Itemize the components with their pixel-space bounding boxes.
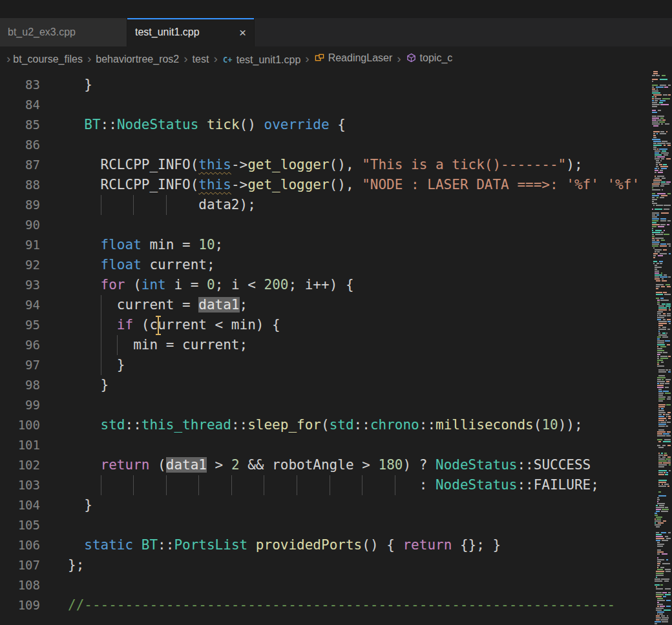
code-line[interactable]: 101 — [0, 435, 672, 455]
code-line[interactable]: 94 current = data1; — [0, 295, 672, 315]
line-number: 107 — [0, 555, 40, 575]
line-number: 91 — [0, 235, 40, 255]
indent-guide — [101, 355, 101, 375]
code-line[interactable]: 107}; — [0, 555, 672, 575]
indent-guide — [395, 475, 395, 495]
code-line-text: RCLCPP_INFO(this->get_logger(), "This is… — [40, 155, 672, 175]
chevron-right-icon: › — [300, 52, 313, 65]
breadcrumb-item[interactable]: behaviortree_ros2 — [96, 54, 179, 65]
code-line[interactable]: 97 } — [0, 355, 672, 375]
breadcrumb-item[interactable]: C+test_unit1.cpp — [222, 54, 301, 66]
code-line-text: : NodeStatus::FAILURE; — [40, 475, 672, 495]
line-number: 92 — [0, 255, 40, 275]
class-icon — [314, 52, 325, 63]
code-line[interactable]: 105 — [0, 515, 672, 535]
indent-guide — [330, 475, 330, 495]
breadcrumb-item-label: behaviortree_ros2 — [96, 54, 179, 65]
indent-guide — [101, 195, 101, 215]
code-line[interactable]: 99 — [0, 395, 672, 415]
breadcrumb-item[interactable]: test — [193, 54, 209, 65]
code-line[interactable]: 83 } — [0, 75, 672, 95]
code-line[interactable]: 88 RCLCPP_INFO(this->get_logger(), "NODE… — [0, 175, 672, 195]
line-number: 87 — [0, 155, 40, 175]
code-line[interactable]: 108 — [0, 575, 672, 595]
line-number: 97 — [0, 355, 40, 375]
code-line[interactable]: 96 min = current; — [0, 335, 672, 355]
editor[interactable]: 83 }8485 BT::NodeStatus tick() override … — [0, 71, 672, 625]
code-line-text: data2); — [40, 195, 672, 215]
chevron-right-icon: › — [392, 52, 405, 65]
code-line-text: } — [40, 355, 672, 375]
code-area[interactable]: 83 }8485 BT::NodeStatus tick() override … — [0, 71, 672, 615]
code-line-text: return (data1 > 2 && robotAngle > 180) ?… — [40, 455, 672, 475]
line-number: 101 — [0, 435, 40, 455]
indent-guide — [117, 335, 118, 355]
line-number: 85 — [0, 115, 40, 135]
code-line[interactable]: 89 data2); — [0, 195, 672, 215]
line-number: 83 — [0, 75, 40, 95]
chevron-right-icon: › — [179, 52, 192, 65]
code-line[interactable]: 100 std::this_thread::sleep_for(std::chr… — [0, 415, 672, 435]
code-line-text: for (int i = 0; i < 200; i++) { — [40, 275, 672, 295]
line-number: 84 — [0, 95, 40, 115]
code-line-text — [40, 215, 672, 235]
minimap[interactable] — [651, 71, 672, 625]
code-line-text — [40, 435, 672, 455]
indent-guide — [198, 475, 199, 495]
code-line-text: //--------------------------------------… — [40, 595, 672, 615]
code-line[interactable]: 87 RCLCPP_INFO(this->get_logger(), "This… — [0, 155, 672, 175]
code-line-text — [40, 395, 672, 415]
close-icon[interactable]: × — [233, 26, 246, 39]
breadcrumb-item-label: test_unit1.cpp — [236, 54, 301, 66]
indent-guide — [264, 475, 264, 495]
tab-bt-u2-ex3[interactable]: bt_u2_ex3.cpp — [0, 18, 127, 46]
method-icon — [406, 52, 417, 63]
breadcrumb-item[interactable]: topic_c — [406, 52, 453, 64]
code-line[interactable]: 86 — [0, 135, 672, 155]
code-line-text — [40, 95, 672, 115]
line-number: 103 — [0, 475, 40, 495]
line-number: 102 — [0, 455, 40, 475]
code-line-text: BT::NodeStatus tick() override { — [40, 115, 672, 135]
breadcrumb-item-label: bt_course_files — [13, 54, 83, 65]
code-line-text: static BT::PortsList providedPorts() { r… — [40, 535, 672, 555]
line-number: 93 — [0, 275, 40, 295]
code-line[interactable]: 93 for (int i = 0; i < 200; i++) { — [0, 275, 672, 295]
code-line[interactable]: 95 if (current < min) { — [0, 315, 672, 335]
indent-guide — [231, 475, 232, 495]
code-line[interactable]: 84 — [0, 95, 672, 115]
tab-test-unit1[interactable]: test_unit1.cpp × — [127, 18, 255, 46]
code-line-text — [40, 575, 672, 595]
code-line[interactable]: 109//-----------------------------------… — [0, 595, 672, 615]
code-line-text: RCLCPP_INFO(this->get_logger(), "NODE : … — [40, 175, 672, 195]
breadcrumb-item[interactable]: bt_course_files — [13, 54, 83, 65]
code-line-text: if (current < min) { — [40, 315, 672, 335]
window-titlebar — [0, 0, 672, 18]
code-line-text: } — [40, 495, 672, 515]
indent-guide — [101, 295, 101, 315]
code-line-text: current = data1; — [40, 295, 672, 315]
line-number: 100 — [0, 415, 40, 435]
code-line[interactable]: 104 } — [0, 495, 672, 515]
code-line[interactable]: 85 BT::NodeStatus tick() override { — [0, 115, 672, 135]
line-number: 94 — [0, 295, 40, 315]
line-number: 99 — [0, 395, 40, 415]
line-number: 105 — [0, 515, 40, 535]
code-line-text: }; — [40, 555, 672, 575]
code-line[interactable]: 106 static BT::PortsList providedPorts()… — [0, 535, 672, 555]
code-line[interactable]: 102 return (data1 > 2 && robotAngle > 18… — [0, 455, 672, 475]
line-number: 108 — [0, 575, 40, 595]
code-line-text: min = current; — [40, 335, 672, 355]
line-number: 104 — [0, 495, 40, 515]
code-line-text: } — [40, 375, 672, 395]
breadcrumb-item[interactable]: ReadingLaser — [314, 52, 393, 64]
code-line-text: float min = 10; — [40, 235, 672, 255]
code-line[interactable]: 92 float current; — [0, 255, 672, 275]
code-line[interactable]: 90 — [0, 215, 672, 235]
line-number: 90 — [0, 215, 40, 235]
line-number: 86 — [0, 135, 40, 155]
code-line[interactable]: 98 } — [0, 375, 672, 395]
code-line[interactable]: 91 float min = 10; — [0, 235, 672, 255]
indent-guide — [133, 195, 134, 215]
code-line[interactable]: 103 : NodeStatus::FAILURE; — [0, 475, 672, 495]
